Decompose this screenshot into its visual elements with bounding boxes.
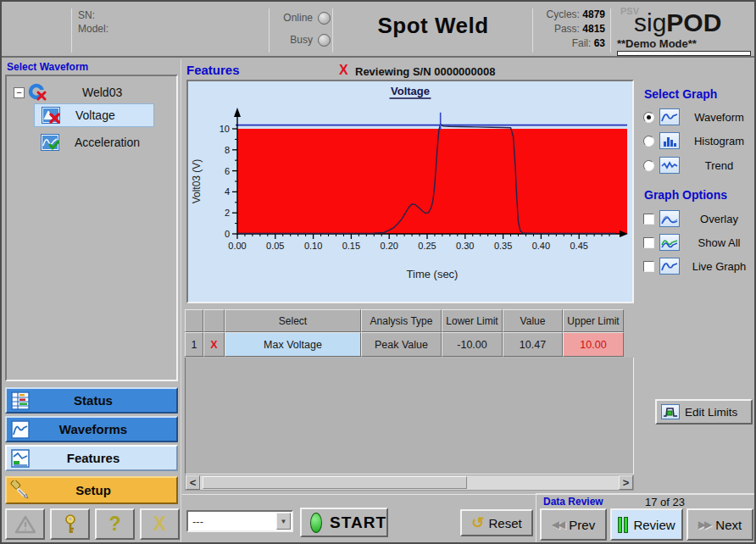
checkbox-show-all[interactable]: Show All (643, 232, 753, 253)
checkbox[interactable] (643, 237, 654, 248)
fail-value: 63 (594, 37, 605, 49)
exit-button[interactable]: X (140, 508, 180, 540)
trend-graph-icon (659, 157, 680, 174)
voltage-chart[interactable]: 02468100.000.050.100.150.200.250.300.350… (188, 81, 632, 302)
busy-label: Busy (290, 34, 313, 46)
help-button[interactable]: ? (95, 508, 135, 540)
nav-label[interactable]: Setup (31, 483, 156, 497)
radio-button[interactable] (643, 160, 654, 171)
next-button[interactable]: ▶▶ Next (687, 508, 753, 541)
login-key-button[interactable] (50, 508, 90, 540)
reviewing-serial-text: Reviewing S/N 0000000008 (355, 65, 496, 78)
reset-button[interactable]: ↺ Reset (460, 509, 533, 536)
reset-label[interactable]: Reset (488, 516, 521, 530)
sequence-dropdown[interactable]: --- ▼ (186, 510, 293, 532)
scroll-right-button[interactable]: > (619, 475, 633, 490)
col-value: Value (503, 309, 563, 332)
dropdown-value[interactable]: --- (188, 515, 276, 528)
close-x-icon: X (153, 513, 166, 536)
radio-button[interactable] (643, 112, 654, 123)
table-empty-area (185, 358, 634, 475)
svg-text:Volt03 (V): Volt03 (V) (191, 159, 203, 204)
tree-root-label[interactable]: Weld03 (82, 86, 122, 99)
page-title: Spot Weld (334, 13, 532, 39)
start-label[interactable]: START (330, 513, 386, 532)
select-waveform-title: Select Waveform (7, 61, 88, 73)
next-label[interactable]: Next (715, 518, 742, 532)
cell-value: 10.47 (503, 332, 563, 357)
tree-item-acceleration[interactable]: Acceleration (34, 130, 154, 154)
nav-label[interactable]: Features (31, 451, 156, 465)
radio-button[interactable] (643, 136, 654, 147)
cell-upper-limit: 10.00 (563, 332, 624, 357)
radio-histogram[interactable]: Histogram (643, 130, 753, 151)
cycles-value: 4879 (582, 8, 605, 20)
checkbox-live-graph[interactable]: Live Graph (643, 256, 753, 276)
scrollbar-thumb[interactable] (203, 476, 467, 489)
checkbox-label[interactable]: Show All (685, 236, 753, 249)
checkbox-label[interactable]: Overlay (685, 213, 753, 225)
app-header: SN: Model: Online Busy Spot Weld Cycles:… (2, 2, 754, 58)
edit-limits-label[interactable]: Edit Limits (685, 406, 737, 419)
show-all-icon (659, 234, 680, 251)
col-lower-limit: Lower Limit (442, 309, 503, 332)
cell-row-number: 1 (185, 332, 203, 357)
nav-label[interactable]: Waveforms (31, 422, 156, 436)
svg-text:Time (sec): Time (sec) (407, 268, 459, 280)
scroll-left-button[interactable]: < (186, 475, 200, 490)
review-label[interactable]: Review (633, 518, 675, 532)
prev-button[interactable]: ◀◀ Prev (540, 508, 607, 541)
sidebar-nav-status[interactable]: Status (5, 387, 178, 414)
sidebar-divider (181, 59, 181, 544)
tree-item-voltage[interactable]: Voltage (34, 103, 154, 127)
header-divider (71, 8, 72, 53)
radio-waveform[interactable]: Waveform (643, 107, 753, 127)
screwdriver-icon (10, 480, 31, 501)
checkbox-label[interactable]: Live Graph (685, 260, 753, 273)
radio-trend[interactable]: Trend (643, 155, 753, 175)
overlay-icon (659, 210, 680, 227)
logo-pod: POD (666, 8, 721, 36)
svg-text:6: 6 (225, 166, 230, 176)
table-row[interactable]: 1 X Max Voltage Peak Value -10.00 10.47 … (185, 332, 624, 357)
tree-root-weld03[interactable]: − Weld03 (14, 83, 122, 102)
col-status (203, 309, 225, 332)
alarm-button[interactable] (5, 508, 45, 540)
double-right-arrow-icon: ▶▶ (698, 519, 710, 530)
radio-label[interactable]: Trend (685, 159, 753, 172)
cycle-stats: Cycles: 4879 Pass: 4815 Fail: 63 (534, 8, 605, 51)
cycles-label: Cycles: (547, 8, 580, 20)
waveforms-icon (10, 419, 31, 440)
checkbox[interactable] (643, 214, 654, 225)
radio-label[interactable]: Histogram (685, 135, 753, 147)
svg-text:0.20: 0.20 (380, 241, 397, 251)
collapse-icon[interactable]: − (14, 87, 25, 98)
sidebar-nav-features[interactable]: Features (5, 445, 178, 471)
svg-text:0.10: 0.10 (304, 241, 322, 251)
review-fail-icon: X (339, 63, 348, 78)
waveform-chart-panel: 02468100.000.050.100.150.200.250.300.350… (186, 80, 634, 303)
sidebar-nav-waveforms[interactable]: Waveforms (5, 416, 178, 442)
checkbox-overlay[interactable]: Overlay (643, 208, 753, 229)
cell-feature-name[interactable]: Max Voltage (225, 332, 361, 357)
review-button[interactable]: Review (610, 508, 683, 541)
sidebar-nav-setup[interactable]: Setup (5, 476, 178, 504)
tree-item-label[interactable]: Acceleration (75, 136, 140, 149)
tree-item-label[interactable]: Voltage (75, 108, 115, 122)
start-button[interactable]: START (300, 508, 388, 537)
checkbox[interactable] (643, 261, 654, 272)
svg-text:0: 0 (225, 229, 230, 239)
nav-label[interactable]: Status (31, 393, 156, 408)
chevron-down-icon[interactable]: ▼ (276, 513, 291, 530)
model-label: Model: (78, 22, 108, 36)
radio-label[interactable]: Waveform (685, 111, 753, 124)
col-upper-limit: Upper Limit (563, 309, 624, 332)
table-horizontal-scrollbar[interactable]: < > (185, 475, 634, 491)
live-graph-icon (659, 258, 680, 275)
edit-limits-button[interactable]: Edit Limits (655, 399, 753, 425)
waveform-pass-icon (41, 134, 59, 151)
weld-group-fail-icon (28, 83, 47, 102)
pause-icon (618, 517, 628, 533)
prev-label[interactable]: Prev (569, 518, 595, 532)
progress-bar (617, 51, 751, 56)
